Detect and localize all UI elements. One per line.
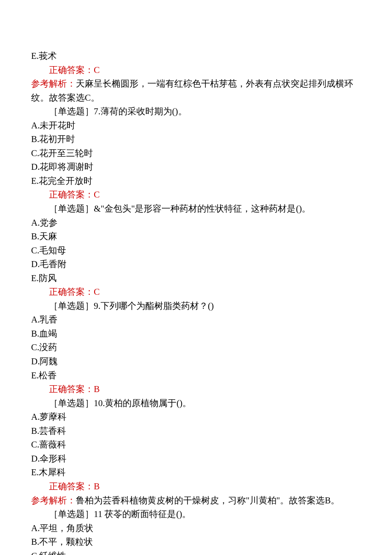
text-content: B.血竭	[31, 328, 57, 339]
text-content: ［单选题］9.下列哪个为酯树脂类药材？()	[49, 301, 214, 311]
text-content: D.花即将凋谢时	[31, 162, 93, 172]
text-line: A.未开花时	[31, 119, 361, 133]
text-content: C.毛知母	[31, 245, 66, 256]
document-content: E.莪术正确答案：C参考解析：天麻呈长椭圆形，一端有红棕色干枯芽苞，外表有点状突…	[31, 49, 361, 555]
text-line: 正确答案：B	[31, 479, 361, 494]
text-line: E.防风	[31, 271, 361, 285]
text-content: E.防风	[31, 273, 57, 283]
text-content: A.萝藦科	[31, 412, 66, 422]
text-line: D.阿魏	[31, 355, 361, 369]
text-line: A.乳香	[31, 313, 361, 327]
text-content: D.阿魏	[31, 356, 58, 366]
text-content: ［单选题］10.黄柏的原植物属于()。	[49, 398, 191, 408]
text-line: ［单选题］7.薄荷的采收时期为()。	[31, 105, 361, 119]
text-part: 参考解析：	[31, 495, 76, 506]
text-line: B.花初开时	[31, 132, 361, 146]
text-line: A.党参	[31, 216, 361, 230]
text-line: A.平坦，角质状	[31, 521, 361, 535]
text-line: E.木犀科	[31, 465, 361, 479]
text-part: 鲁柏为芸香科植物黄皮树的干燥树皮，习称"川黄柏"。故答案选B。	[76, 495, 340, 506]
text-line: 正确答案：C	[31, 63, 361, 77]
text-content: D.毛香附	[31, 259, 66, 269]
text-line: A.萝藦科	[31, 410, 361, 424]
text-content: C.没药	[31, 342, 57, 352]
text-content: ［单选题］7.薄荷的采收时期为()。	[49, 106, 187, 116]
text-line: E.松香	[31, 369, 361, 383]
text-line: D.毛香附	[31, 257, 361, 271]
text-line: C.蔷薇科	[31, 438, 361, 452]
text-line: D.伞形科	[31, 452, 361, 466]
text-content: A.党参	[31, 218, 58, 228]
text-line: 参考解析：鲁柏为芸香科植物黄皮树的干燥树皮，习称"川黄柏"。故答案选B。	[31, 494, 361, 508]
text-part: 参考解析：	[31, 78, 76, 89]
text-content: 正确答案：B	[49, 481, 100, 491]
text-content: 正确答案：C	[49, 287, 100, 297]
text-line: C.花开至三轮时	[31, 146, 361, 160]
text-line: ［单选题］9.下列哪个为酯树脂类药材？()	[31, 299, 361, 313]
text-content: E.木犀科	[31, 467, 66, 477]
text-content: C.蔷薇科	[31, 439, 66, 450]
text-line: ［单选题］10.黄柏的原植物属于()。	[31, 396, 361, 410]
text-line: 正确答案：C	[31, 285, 361, 299]
text-line: B.天麻	[31, 230, 361, 244]
text-line: 参考解析：天麻呈长椭圆形，一端有红棕色干枯芽苞，外表有点状突起排列成横环纹。故答…	[31, 77, 361, 105]
text-line: C.没药	[31, 340, 361, 355]
text-content: B.花初开时	[31, 134, 75, 144]
text-content: 正确答案：B	[49, 384, 100, 394]
text-line: ［单选题］11 茯苓的断面特征是()。	[31, 507, 361, 521]
text-content: A.未开花时	[31, 120, 75, 131]
text-content: E.松香	[31, 370, 57, 381]
text-content: E.花完全开放时	[31, 176, 92, 186]
text-content: B.不平，颗粒状	[31, 537, 93, 547]
text-line: C.毛知母	[31, 244, 361, 258]
text-line: D.花即将凋谢时	[31, 160, 361, 174]
text-content: C.花开至三轮时	[31, 148, 93, 158]
text-line: B.血竭	[31, 327, 361, 341]
text-content: E.莪术	[31, 51, 57, 61]
text-line: E.花完全开放时	[31, 174, 361, 188]
text-content: B.天麻	[31, 231, 57, 241]
text-content: 正确答案：C	[49, 65, 100, 75]
text-line: 正确答案：C	[31, 188, 361, 202]
text-content: A.乳香	[31, 314, 58, 325]
text-content: B.芸香科	[31, 426, 66, 436]
text-content: 正确答案：C	[49, 189, 100, 200]
text-line: B.不平，颗粒状	[31, 535, 361, 549]
text-content: ［单选题］&"金包头"是形容一种药材的性状特征，这种药材是()。	[49, 203, 311, 214]
text-line: E.莪术	[31, 49, 361, 63]
text-line: B.芸香科	[31, 424, 361, 438]
text-content: C.纤维性	[31, 551, 66, 555]
text-content: ［单选题］11 茯苓的断面特征是()。	[49, 509, 191, 519]
text-line: 正确答案：B	[31, 382, 361, 396]
text-line: ［单选题］&"金包头"是形容一种药材的性状特征，这种药材是()。	[31, 202, 361, 216]
text-content: D.伞形科	[31, 453, 66, 464]
text-line: C.纤维性	[31, 549, 361, 555]
text-part: 天麻呈长椭圆形，一端有红棕色干枯芽苞，外表有点状突起排列成横环纹。故答案选C。	[31, 78, 353, 103]
text-content: A.平坦，角质状	[31, 523, 93, 533]
